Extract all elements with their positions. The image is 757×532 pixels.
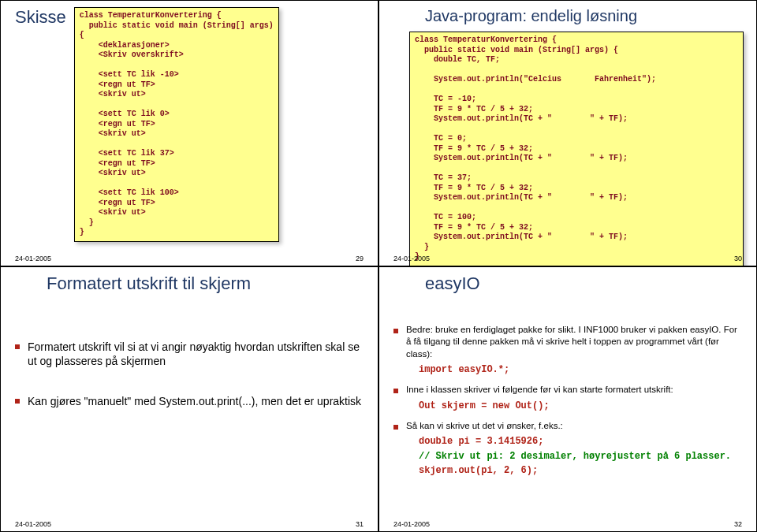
bullet-text: Formatert utskrift vil si at vi angir nø…	[28, 340, 364, 370]
bullet-text: Bedre: bruke en ferdiglaget pakke for sl…	[406, 324, 742, 361]
code-comment: // Skriv ut pi: 2 desimaler, høyrejuster…	[419, 450, 742, 463]
bullet-icon	[393, 425, 398, 430]
footer-date: 24-01-2005	[15, 520, 51, 528]
code-block: class TemperaturKonvertering { public st…	[74, 7, 279, 242]
bullet-item: Kan gjøres "manuelt" med System.out.prin…	[15, 394, 364, 409]
slide-title: Formatert utskrift til skjerm	[15, 273, 364, 294]
slide-title: Skisse	[15, 7, 66, 28]
bullet-item: Inne i klassen skriver vi følgende før v…	[393, 384, 742, 396]
bullet-text: Kan gjøres "manuelt" med System.out.prin…	[28, 394, 361, 409]
bullet-item: Bedre: bruke en ferdiglaget pakke for sl…	[393, 324, 742, 361]
footer-page-number: 32	[734, 520, 742, 528]
code-line: import easyIO.*;	[419, 363, 742, 376]
code-line: skjerm.out(pi, 2, 6);	[419, 464, 742, 477]
slide-31: Formatert utskrift til skjerm Formatert …	[0, 266, 378, 533]
bullet-text: Så kan vi skrive ut det vi ønsker, f.eks…	[406, 420, 563, 433]
footer-date: 24-01-2005	[393, 255, 430, 262]
slide-30: Java-program: endelig løsning class Temp…	[378, 0, 757, 266]
code-line: double pi = 3.1415926;	[419, 435, 742, 448]
footer-page-number: 31	[356, 520, 364, 528]
footer-page-number: 30	[734, 255, 742, 262]
bullet-icon	[393, 389, 398, 393]
slide-title: Java-program: endelig løsning	[393, 7, 742, 25]
slide-title: easyIO	[393, 273, 742, 294]
footer-page-number: 29	[356, 255, 364, 262]
bullet-item: Formatert utskrift vil si at vi angir nø…	[15, 340, 364, 370]
bullet-icon	[15, 344, 20, 349]
footer-date: 24-01-2005	[393, 520, 430, 528]
bullet-text: Inne i klassen skriver vi følgende før v…	[406, 384, 673, 396]
slide-32: easyIO Bedre: bruke en ferdiglaget pakke…	[378, 266, 757, 533]
bullet-item: Så kan vi skrive ut det vi ønsker, f.eks…	[393, 420, 742, 433]
code-block: class TemperaturKonvertering { public st…	[409, 32, 744, 266]
footer-date: 24-01-2005	[15, 255, 51, 262]
slide-29: Skisse class TemperaturKonvertering { pu…	[0, 0, 378, 266]
bullet-icon	[393, 329, 398, 333]
code-line: Out skjerm = new Out();	[419, 400, 742, 412]
bullet-icon	[15, 399, 20, 404]
